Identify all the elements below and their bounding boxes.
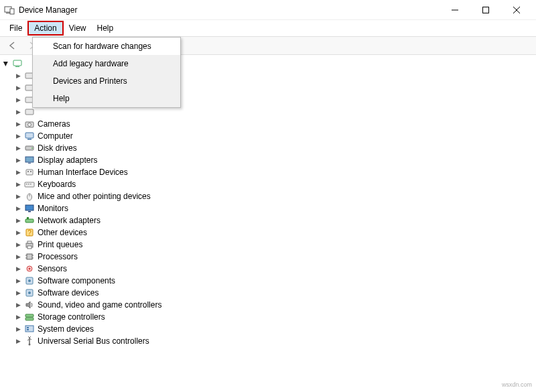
tree-item[interactable]: ▶Mice and other pointing devices bbox=[12, 190, 535, 202]
minimize-button[interactable] bbox=[440, 0, 470, 20]
tree-item[interactable]: ▶Computer bbox=[12, 130, 535, 142]
keyboard-icon bbox=[24, 179, 35, 190]
tree-item-label: Human Interface Devices bbox=[38, 168, 128, 177]
tree-item[interactable]: ▶Sensors bbox=[12, 263, 535, 275]
menu-help[interactable]: Help bbox=[92, 22, 119, 34]
svg-rect-37 bbox=[27, 241, 31, 243]
tree-item[interactable]: ▶Cameras bbox=[12, 118, 535, 130]
svg-point-18 bbox=[31, 147, 33, 149]
tree-item-label: Processors bbox=[38, 252, 78, 261]
svg-rect-8 bbox=[15, 66, 19, 67]
chevron-right-icon[interactable]: ▶ bbox=[15, 205, 21, 212]
svg-rect-38 bbox=[27, 246, 31, 249]
chevron-right-icon[interactable]: ▶ bbox=[15, 253, 21, 260]
tree-item[interactable]: ▶Keyboards bbox=[12, 178, 535, 190]
computer-icon bbox=[24, 131, 35, 141]
menu-view[interactable]: View bbox=[64, 22, 92, 34]
storage-icon bbox=[24, 312, 35, 322]
svg-rect-2 bbox=[10, 9, 14, 14]
chevron-right-icon[interactable]: ▶ bbox=[15, 241, 21, 248]
monitor-icon bbox=[24, 203, 35, 214]
tree-item[interactable]: ▶System devices bbox=[12, 323, 535, 335]
tree-item[interactable]: ▶Monitors bbox=[12, 202, 535, 214]
chevron-right-icon[interactable]: ▶ bbox=[15, 169, 21, 176]
close-button[interactable] bbox=[501, 0, 532, 20]
tree-item-label: Cameras bbox=[38, 119, 70, 129]
tree-item[interactable]: ▶Universal Serial Bus controllers bbox=[12, 335, 535, 347]
chevron-right-icon[interactable]: ▶ bbox=[15, 193, 21, 200]
tree-item-label: System devices bbox=[38, 324, 94, 334]
chevron-right-icon[interactable]: ▶ bbox=[15, 338, 21, 344]
disk-icon bbox=[24, 143, 35, 153]
sensor-icon bbox=[24, 263, 35, 274]
tree-item[interactable]: ▶Human Interface Devices bbox=[12, 166, 535, 178]
camera-icon bbox=[24, 119, 35, 129]
chevron-right-icon[interactable]: ▶ bbox=[15, 96, 21, 103]
menu-action[interactable]: Action bbox=[27, 21, 63, 36]
menu-item-help[interactable]: Help bbox=[33, 90, 180, 107]
software-icon bbox=[24, 275, 35, 286]
maximize-button[interactable] bbox=[470, 0, 501, 20]
software-icon bbox=[24, 287, 35, 298]
back-button[interactable] bbox=[5, 38, 20, 53]
svg-rect-22 bbox=[27, 171, 29, 172]
chevron-right-icon[interactable]: ▶ bbox=[15, 326, 21, 332]
tree-item-label: Storage controllers bbox=[38, 312, 105, 322]
svg-rect-7 bbox=[13, 60, 21, 66]
hid-icon bbox=[24, 167, 35, 178]
svg-point-55 bbox=[29, 344, 31, 346]
svg-rect-31 bbox=[28, 211, 31, 212]
chevron-right-icon[interactable]: ▶ bbox=[15, 314, 21, 320]
svg-rect-33 bbox=[27, 217, 29, 219]
tree-item[interactable]: ▶Display adapters bbox=[12, 154, 535, 166]
tree-item[interactable]: ▶Network adapters bbox=[12, 214, 535, 226]
svg-point-14 bbox=[28, 123, 31, 127]
menu-item-add-legacy[interactable]: Add legacy hardware bbox=[33, 55, 180, 72]
window-controls bbox=[440, 0, 532, 20]
chevron-right-icon[interactable]: ▶ bbox=[15, 157, 21, 164]
menu-item-scan-hardware[interactable]: Scan for hardware changes bbox=[33, 38, 180, 55]
svg-rect-23 bbox=[30, 171, 31, 172]
printer-icon bbox=[24, 239, 35, 250]
svg-rect-15 bbox=[25, 133, 34, 138]
other-icon: ? bbox=[24, 227, 35, 238]
chevron-right-icon[interactable]: ▶ bbox=[15, 277, 21, 284]
tree-item[interactable]: ▶Software devices bbox=[12, 287, 535, 299]
system-icon bbox=[24, 324, 35, 334]
tree-item[interactable]: ▶Storage controllers bbox=[12, 311, 535, 323]
chevron-right-icon[interactable]: ▶ bbox=[15, 289, 21, 296]
svg-rect-50 bbox=[25, 314, 34, 317]
chevron-right-icon[interactable]: ▶ bbox=[15, 121, 21, 127]
chevron-right-icon[interactable]: ▶ bbox=[15, 217, 21, 224]
menu-item-devices-printers[interactable]: Devices and Printers bbox=[33, 72, 180, 90]
svg-rect-12 bbox=[25, 109, 34, 115]
svg-rect-39 bbox=[27, 254, 32, 259]
tree-item[interactable]: ▶Software components bbox=[12, 275, 535, 287]
tree-item[interactable]: ▶?Other devices bbox=[12, 226, 535, 239]
tree-item-label: Monitors bbox=[38, 204, 68, 213]
chevron-right-icon[interactable]: ▶ bbox=[15, 109, 21, 115]
tree-item[interactable]: ▶Disk drives bbox=[12, 142, 535, 154]
chevron-right-icon[interactable]: ▶ bbox=[15, 145, 21, 151]
window-title: Device Manager bbox=[19, 5, 440, 15]
svg-rect-1 bbox=[6, 13, 10, 13]
chevron-right-icon[interactable]: ▶ bbox=[15, 265, 21, 272]
chevron-right-icon[interactable]: ▶ bbox=[15, 84, 21, 91]
tree-item-label: Print queues bbox=[38, 240, 82, 249]
svg-rect-53 bbox=[27, 327, 29, 328]
tree-item-label: Software devices bbox=[38, 288, 98, 298]
svg-rect-20 bbox=[28, 163, 31, 164]
chevron-right-icon[interactable]: ▶ bbox=[15, 181, 21, 188]
tree-item[interactable]: ▶Sound, video and game controllers bbox=[12, 299, 535, 311]
tree-item-label: Software components bbox=[38, 276, 115, 285]
tree-item[interactable]: ▶Print queues bbox=[12, 239, 535, 251]
svg-rect-4 bbox=[483, 7, 489, 13]
tree-item-label: Sensors bbox=[38, 264, 67, 273]
menu-file[interactable]: File bbox=[4, 22, 27, 34]
chevron-right-icon[interactable]: ▶ bbox=[15, 229, 21, 236]
chevron-right-icon[interactable]: ▶ bbox=[15, 72, 21, 79]
chevron-down-icon[interactable]: ▶ bbox=[3, 60, 9, 67]
chevron-right-icon[interactable]: ▶ bbox=[15, 133, 21, 139]
chevron-right-icon[interactable]: ▶ bbox=[15, 302, 21, 308]
tree-item[interactable]: ▶Processors bbox=[12, 251, 535, 263]
